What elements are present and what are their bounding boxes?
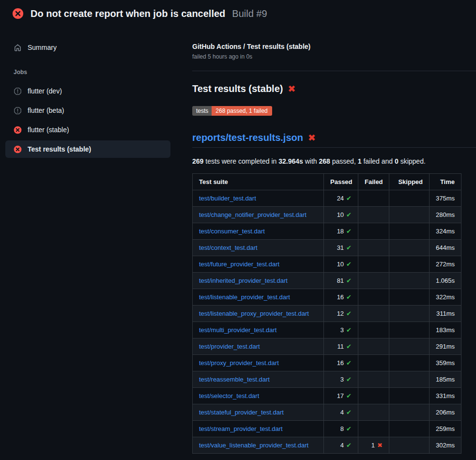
test-suite-link[interactable]: test/consumer_test.dart xyxy=(199,228,265,235)
check-icon: ✔ xyxy=(346,376,352,383)
count-value: 16 xyxy=(337,359,344,367)
failed-cell xyxy=(358,207,389,223)
table-row: test/selector_test.dart17✔331ms xyxy=(193,388,461,404)
count-value: 8 xyxy=(340,425,344,432)
column-header-test-suite: Test suite xyxy=(193,174,324,190)
summary-sentence: 269 tests were completed in 32.964s with… xyxy=(192,157,476,165)
passed-cell: 11✔ xyxy=(324,338,358,355)
test-suite-cell: test/value_listenable_provider_test.dart xyxy=(193,437,324,454)
report-file-link[interactable]: reports/test-results.json xyxy=(192,132,303,143)
test-suite-link[interactable]: test/multi_provider_test.dart xyxy=(199,326,276,334)
main-content: GitHub Actions / Test results (stable) f… xyxy=(184,27,476,454)
column-header-skipped: Skipped xyxy=(389,174,430,190)
time-cell: 183ms xyxy=(430,322,461,338)
test-suite-link[interactable]: test/listenable_provider_test.dart xyxy=(199,293,290,301)
count-value: 24 xyxy=(337,195,344,202)
failed-cell xyxy=(358,240,389,256)
test-suite-cell: test/selector_test.dart xyxy=(193,388,324,404)
time-cell: 291ms xyxy=(430,338,461,355)
check-icon: ✔ xyxy=(346,442,352,449)
passed-cell: 8✔ xyxy=(324,421,358,437)
test-suite-link[interactable]: test/inherited_provider_test.dart xyxy=(199,277,288,284)
passed-cell: 16✔ xyxy=(324,355,358,371)
sidebar-item-label: flutter (stable) xyxy=(28,126,69,134)
skipped-cell xyxy=(389,256,430,273)
table-row: test/context_test.dart31✔644ms xyxy=(193,240,461,256)
count-value: 4 xyxy=(340,409,344,416)
skipped-cell xyxy=(389,322,430,338)
test-suite-cell: test/multi_provider_test.dart xyxy=(193,322,324,338)
skipped-cell xyxy=(389,190,430,207)
failed-cell xyxy=(358,190,389,207)
time-cell: 644ms xyxy=(430,240,461,256)
time-cell: 359ms xyxy=(430,355,461,371)
table-row: test/stateful_provider_test.dart4✔206ms xyxy=(193,404,461,421)
time-cell: 375ms xyxy=(430,190,461,207)
test-suite-link[interactable]: test/provider_test.dart xyxy=(199,343,260,350)
time-cell: 272ms xyxy=(430,256,461,273)
test-suite-cell: test/stateful_provider_test.dart xyxy=(193,404,324,421)
failed-cell xyxy=(358,404,389,421)
sidebar-item-flutter-beta[interactable]: flutter (beta) xyxy=(5,102,170,119)
skipped-cell xyxy=(389,338,430,355)
sidebar-item-summary[interactable]: Summary xyxy=(5,39,170,56)
test-suite-link[interactable]: test/listenable_proxy_provider_test.dart xyxy=(199,310,309,317)
skipped-cell xyxy=(389,388,430,404)
page-title: Do not create report when job is cancell… xyxy=(31,8,225,19)
count-value: 11 xyxy=(338,343,344,350)
test-suite-link[interactable]: test/context_test.dart xyxy=(199,244,258,251)
test-suite-link[interactable]: test/reassemble_test.dart xyxy=(199,376,270,383)
table-row: test/reassemble_test.dart3✔185ms xyxy=(193,371,461,388)
table-header-row: Test suitePassedFailedSkippedTime xyxy=(193,174,461,190)
test-suite-link[interactable]: test/value_listenable_provider_test.dart xyxy=(199,442,308,449)
test-suite-cell: test/builder_test.dart xyxy=(193,190,324,207)
check-icon: ✔ xyxy=(346,277,352,284)
stop-icon xyxy=(14,87,22,95)
check-icon: ✔ xyxy=(346,359,352,367)
sidebar-item-flutter-stable[interactable]: flutter (stable) xyxy=(5,121,170,138)
failed-cell xyxy=(358,322,389,338)
passed-cell: 16✔ xyxy=(324,289,358,306)
test-suite-link[interactable]: test/selector_test.dart xyxy=(199,392,259,399)
table-row: test/proxy_provider_test.dart16✔359ms xyxy=(193,355,461,371)
test-suite-link[interactable]: test/builder_test.dart xyxy=(199,195,256,202)
test-suite-cell: test/consumer_test.dart xyxy=(193,223,324,240)
sidebar-item-test-results-stable[interactable]: Test results (stable) xyxy=(5,140,170,158)
divider xyxy=(192,71,476,71)
skipped-cell xyxy=(389,421,430,437)
sidebar-item-flutter-dev[interactable]: flutter (dev) xyxy=(5,82,170,100)
jobs-list: flutter (dev)flutter (beta)flutter (stab… xyxy=(0,82,184,158)
test-suite-link[interactable]: test/stream_provider_test.dart xyxy=(199,425,283,432)
table-row: test/inherited_provider_test.dart81✔1.06… xyxy=(193,273,461,289)
count-value: 18 xyxy=(337,228,344,235)
test-suite-link[interactable]: test/future_provider_test.dart xyxy=(199,261,279,268)
skipped-cell xyxy=(389,273,430,289)
failed-cell xyxy=(358,289,389,306)
time-cell: 185ms xyxy=(430,371,461,388)
table-row: test/builder_test.dart24✔375ms xyxy=(193,190,461,207)
table-row: test/provider_test.dart11✔291ms xyxy=(193,338,461,355)
failed-cell xyxy=(358,355,389,371)
table-row: test/listenable_proxy_provider_test.dart… xyxy=(193,306,461,322)
test-suite-link[interactable]: test/proxy_provider_test.dart xyxy=(199,359,279,367)
check-icon: ✔ xyxy=(346,392,352,399)
check-icon: ✔ xyxy=(346,326,352,334)
passed-cell: 4✔ xyxy=(324,437,358,454)
test-suite-cell: test/context_test.dart xyxy=(193,240,324,256)
x-circle-fill-icon xyxy=(14,145,22,153)
test-suite-cell: test/reassemble_test.dart xyxy=(193,371,324,388)
count-value: 31 xyxy=(337,244,344,251)
skipped-cell xyxy=(389,289,430,306)
test-suite-link[interactable]: test/change_notifier_provider_test.dart xyxy=(199,211,307,218)
passed-cell: 12✔ xyxy=(324,306,358,322)
check-icon: ✔ xyxy=(346,228,352,235)
column-header-passed: Passed xyxy=(324,174,358,190)
time-cell: 324ms xyxy=(430,223,461,240)
count-value: 3 xyxy=(340,376,344,383)
failed-cell xyxy=(358,223,389,240)
count-value: 81 xyxy=(337,277,344,284)
test-suite-link[interactable]: test/stateful_provider_test.dart xyxy=(199,409,284,416)
check-icon: ✔ xyxy=(346,425,352,432)
home-icon xyxy=(14,44,22,52)
sidebar-item-label: Summary xyxy=(28,44,57,51)
